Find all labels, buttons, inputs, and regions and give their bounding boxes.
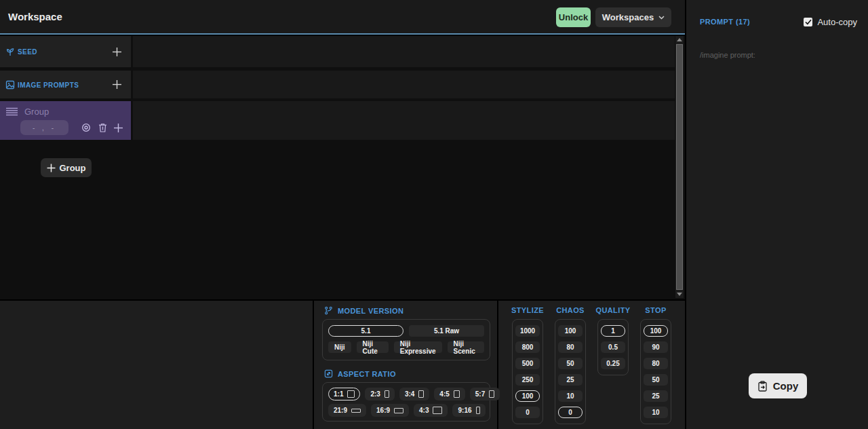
target-icon[interactable] [81, 120, 92, 135]
quality-column: QUALITY10.50.25 [597, 301, 629, 314]
aspect-ratio-option[interactable]: 9:16 [452, 404, 485, 417]
model-version-option[interactable]: Niji Scenic [448, 341, 484, 353]
add-image-prompt-button[interactable] [109, 77, 124, 92]
ratio-shape-icon [347, 390, 355, 398]
stop-option[interactable]: 100 [644, 325, 668, 337]
stop-option-label: 10 [652, 409, 659, 416]
aspect-ratio-option[interactable]: 2:3 [365, 388, 394, 400]
stylize-option[interactable]: 250 [515, 374, 540, 386]
chaos-option-label: 10 [566, 392, 574, 400]
unlock-button[interactable]: Unlock [556, 7, 591, 27]
chaos-option-label: 50 [566, 360, 574, 367]
stylize-option[interactable]: 800 [515, 341, 540, 353]
copy-button[interactable]: Copy [749, 373, 807, 398]
group-weights-input[interactable]: - , - [20, 120, 68, 135]
quality-options: 10.50.25 [597, 319, 629, 375]
scroll-up-arrow[interactable] [675, 36, 684, 43]
stylize-option[interactable]: 0 [515, 407, 540, 418]
chaos-option[interactable]: 0 [558, 407, 583, 418]
model-version-option[interactable]: 5.1 Raw [409, 325, 484, 337]
vertical-scrollbar[interactable] [675, 36, 684, 298]
plus-icon[interactable] [113, 120, 123, 135]
chaos-option[interactable]: 80 [558, 341, 583, 353]
aspect-ratio-option[interactable]: 16:9 [371, 404, 409, 417]
chaos-header: CHAOS [555, 306, 586, 314]
seed-label: SEED [18, 48, 37, 56]
stop-option[interactable]: 80 [644, 358, 668, 369]
model-version-option-label: 5.1 [361, 327, 371, 335]
seed-row: SEED [0, 36, 685, 67]
stylize-option-label: 1000 [520, 327, 535, 335]
quality-option[interactable]: 1 [601, 325, 625, 337]
seed-track[interactable] [133, 36, 675, 67]
ratio-shape-icon [418, 390, 424, 398]
aspect-ratio-option[interactable]: 3:4 [399, 388, 429, 400]
stop-option-label: 80 [652, 360, 659, 367]
stylize-option[interactable]: 1000 [515, 325, 540, 337]
chaos-option[interactable]: 25 [558, 374, 583, 386]
model-version-option[interactable]: 5.1 [328, 325, 403, 337]
unlock-button-label: Unlock [559, 12, 588, 22]
aspect-ratio-option-label: 9:16 [458, 407, 471, 414]
workspaces-dropdown[interactable]: Workspaces [595, 7, 671, 27]
stylize-column: STYLIZE10008005002501000 [512, 301, 543, 314]
model-version-option[interactable]: Niji Expressive [394, 341, 442, 353]
chaos-option[interactable]: 10 [558, 390, 583, 402]
scroll-down-arrow[interactable] [675, 291, 684, 298]
quality-option[interactable]: 0.25 [601, 358, 625, 369]
add-group-label: Group [60, 163, 86, 173]
image-icon [5, 80, 15, 90]
quality-option[interactable]: 0.5 [601, 341, 625, 353]
aspect-ratio-option[interactable]: 5:7 [470, 388, 500, 400]
quality-option-label: 1 [611, 327, 615, 335]
stop-option[interactable]: 25 [644, 390, 668, 402]
add-group-button[interactable]: Group [41, 158, 92, 177]
group-name-label[interactable]: Group [24, 107, 49, 117]
stop-option[interactable]: 50 [644, 374, 668, 386]
stylize-option[interactable]: 500 [515, 358, 540, 369]
chaos-option[interactable]: 50 [558, 358, 583, 369]
seed-row-header: SEED [0, 36, 131, 67]
aspect-ratio-option[interactable]: 21:9 [328, 404, 366, 417]
stop-option-label: 25 [652, 392, 659, 400]
stop-option[interactable]: 10 [644, 407, 668, 418]
image-prompts-track[interactable] [133, 71, 675, 98]
plus-icon [47, 164, 56, 172]
image-prompts-row-header: IMAGE PROMPTS [0, 71, 131, 98]
checkbox-checked-icon[interactable] [804, 18, 812, 26]
stylize-option[interactable]: 100 [515, 390, 540, 402]
aspect-ratio-option-label: 4:5 [439, 390, 449, 398]
stylize-option-label: 0 [526, 409, 530, 416]
divider [497, 301, 498, 429]
model-version-label: MODEL VERSION [338, 307, 403, 315]
model-version-option[interactable]: Niji [328, 341, 351, 353]
ratio-shape-icon [433, 407, 442, 414]
scrollbar-thumb[interactable] [676, 44, 683, 290]
drag-handle-icon[interactable] [6, 107, 18, 116]
settings-panel: MODEL VERSION 5.15.1 RawNijiNiji CuteNij… [0, 301, 685, 429]
chaos-option-label: 25 [566, 376, 574, 384]
chaos-option-label: 80 [566, 343, 574, 351]
aspect-ratio-option-label: 16:9 [376, 407, 390, 414]
aspect-ratio-option[interactable]: 4:3 [414, 404, 448, 417]
aspect-ratio-option-label: 5:7 [475, 390, 485, 398]
model-version-option-label: 5.1 Raw [434, 327, 459, 335]
group-row-header: Group - , - [0, 101, 131, 140]
group-row: Group - , - [0, 101, 685, 140]
model-version-option[interactable]: Niji Cute [357, 341, 389, 353]
group-track[interactable] [133, 101, 675, 140]
quality-header: QUALITY [597, 306, 629, 314]
model-version-option-label: Niji Expressive [400, 340, 436, 355]
add-seed-button[interactable] [109, 44, 124, 59]
chaos-option[interactable]: 100 [558, 325, 583, 337]
autocopy-toggle[interactable]: Auto-copy [804, 17, 857, 27]
quality-option-label: 0.5 [608, 343, 618, 351]
trash-icon[interactable] [97, 120, 108, 135]
aspect-ratio-option-label: 4:3 [419, 407, 429, 414]
stop-option[interactable]: 90 [644, 341, 668, 353]
ratio-shape-icon [489, 390, 494, 398]
aspect-ratio-option[interactable]: 1:1 [328, 388, 360, 400]
aspect-ratio-option[interactable]: 4:5 [434, 388, 465, 400]
stop-column: STOP1009080502510 [640, 301, 671, 314]
image-prompts-row: IMAGE PROMPTS [0, 71, 685, 98]
